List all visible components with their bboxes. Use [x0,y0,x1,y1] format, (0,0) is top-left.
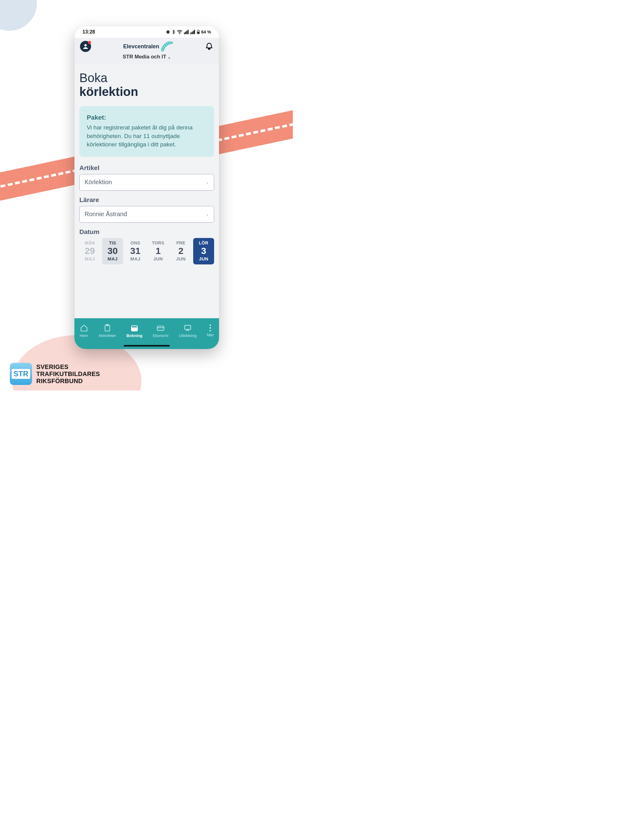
date-num: 1 [148,246,169,256]
artikel-value: Körlektion [85,178,112,186]
artikel-select[interactable]: Körlektion ⌄ [79,174,214,191]
date-cell[interactable]: TORS1JUN [148,238,169,265]
chevron-down-icon: ⌄ [168,55,171,59]
date-dow: MÅN [79,240,100,245]
chevron-down-icon: ⌄ [206,180,209,185]
nav-aktiviteter-label: Aktiviteter [98,333,116,338]
paket-info-card: Paket: Vi har registrerat paketet åt dig… [79,106,214,157]
date-cell[interactable]: FRE2JUN [171,238,192,265]
svg-point-3 [179,33,180,34]
nav-ekonomi[interactable]: Ekonomi [153,324,169,338]
str-line-2: TRAFIKUTBILDARES [36,371,100,377]
svg-rect-11 [194,30,195,34]
svg-rect-7 [188,30,188,34]
wifi-icon [177,30,182,34]
page-title: Boka körlektion [79,71,214,99]
svg-rect-5 [185,32,186,34]
date-dow: FRE [171,240,192,245]
date-mon: JUN [171,256,192,261]
bottom-nav: Hem Aktiviteter Bokning Ekonomi Utbildni… [74,318,219,349]
presentation-icon [184,324,192,332]
signal-icon-1 [184,30,189,34]
date-mon: MAJ [125,256,146,261]
app-body: Boka körlektion Paket: Vi har registrera… [74,64,219,318]
calendar-icon [130,324,138,332]
date-num: 2 [171,246,192,256]
nav-hem[interactable]: Hem [80,324,88,338]
nav-aktiviteter[interactable]: Aktiviteter [98,324,116,338]
paket-heading: Paket: [87,113,207,122]
date-mon: JUN [148,256,169,261]
nav-bokning-label: Bokning [127,333,142,338]
battery-text: 64 % [201,30,211,35]
str-abbr: STR [12,369,30,379]
app-logo[interactable]: Elevcentralen [123,41,173,51]
date-mon: MAJ [102,256,123,261]
bluetooth-icon [172,30,175,34]
str-text: SVERIGES TRAFIKUTBILDARES RIKSFÖRBUND [36,363,100,385]
status-bar: 13:28 64 % [74,26,219,38]
date-num: 31 [125,246,146,256]
svg-rect-0 [167,30,169,34]
svg-rect-23 [185,325,191,329]
title-line-2: körlektion [79,85,138,98]
larare-select[interactable]: Ronnie Åstrand ⌄ [79,206,214,223]
battery-icon [197,30,199,34]
nav-mer[interactable]: Mer [207,324,214,337]
nav-mer-label: Mer [207,333,214,337]
svg-rect-2 [169,31,170,33]
nav-utbildning[interactable]: Utbildning [179,324,196,338]
clipboard-icon [103,324,111,332]
date-cell[interactable]: TIS30MAJ [102,238,123,265]
date-num: 3 [193,246,214,256]
str-badge: STR SVERIGES TRAFIKUTBILDARES RIKSFÖRBUN… [10,363,100,385]
bell-icon [205,42,214,51]
card-icon [157,324,165,332]
date-num: 29 [79,246,100,256]
vibrate-icon [166,30,170,34]
paket-text: Vi har registrerat paketet åt dig på den… [87,123,207,149]
date-dow: TIS [102,240,123,245]
date-dow: TORS [148,240,169,245]
nav-utbildning-label: Utbildning [179,333,196,338]
home-indicator [123,345,170,346]
title-line-1: Boka [79,71,108,85]
app-header: Elevcentralen STR Media och IT ⌄ [74,38,219,64]
nav-hem-label: Hem [80,333,88,338]
svg-rect-14 [198,32,199,33]
artikel-label: Artikel [79,164,214,172]
decorative-blob-top-left [0,0,37,31]
date-num: 30 [102,246,123,256]
datum-label: Datum [79,228,214,235]
date-cell[interactable]: ONS31MAJ [125,238,146,265]
date-cell[interactable]: MÅN29MAJ [79,238,100,265]
nav-ekonomi-label: Ekonomi [153,333,169,338]
larare-value: Ronnie Åstrand [85,211,127,218]
chevron-down-icon: ⌄ [206,212,209,216]
signal-icon-2 [190,30,195,34]
road-logo-icon [161,41,173,51]
svg-rect-1 [166,31,167,33]
date-mon: MAJ [79,256,100,261]
str-line-1: SVERIGES [36,363,100,371]
notifications-button[interactable] [205,42,214,51]
more-icon [209,324,211,332]
date-dow: ONS [125,240,146,245]
svg-rect-13 [198,30,199,30]
status-icons: 64 % [166,30,211,35]
svg-rect-9 [192,32,193,34]
app-name: Elevcentralen [123,43,159,50]
org-name: STR Media och IT [123,54,166,60]
org-select[interactable]: STR Media och IT ⌄ [80,54,214,60]
nav-bokning[interactable]: Bokning [127,324,142,338]
str-logo-icon: STR [10,363,32,385]
svg-rect-6 [187,31,187,34]
svg-rect-10 [193,31,194,34]
svg-rect-8 [190,33,192,34]
svg-rect-21 [157,326,164,330]
date-mon: JUN [193,256,214,261]
svg-point-15 [84,44,87,46]
larare-label: Lärare [79,196,214,204]
date-cell[interactable]: LÖR3JUN [193,238,214,265]
profile-avatar[interactable] [80,41,91,52]
